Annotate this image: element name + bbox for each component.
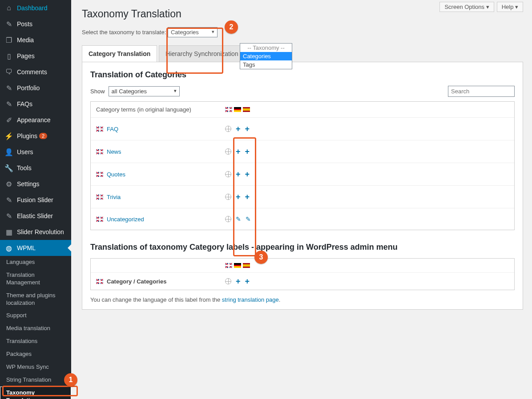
label: Media [17,36,34,44]
label: Elastic Slider [17,212,53,219]
update-badge: 2 [39,133,47,139]
sidebar-item-appearance[interactable]: ✐Appearance [0,112,71,128]
add-translation-button[interactable]: + [236,170,241,178]
tab-bar: Category Translation Hierarchy Synchroni… [82,45,523,62]
category-link[interactable]: Trivia [107,194,121,200]
table-row: News++ [91,140,514,163]
flag-uk-icon [225,263,232,268]
subitem-string-translation[interactable]: String Translation [0,374,71,387]
sidebar-item-users[interactable]: 👤Users [0,144,71,160]
panel: Translation of Categories Show all Categ… [82,62,523,310]
sidebar-item-portfolio[interactable]: ✎Portfolio [0,80,71,96]
sidebar-item-pages[interactable]: ▯Pages [0,48,71,64]
filter-row: Show all Categories [90,86,515,97]
table-row: Quotes++ [91,163,514,186]
subitem-translations[interactable]: Translations [0,335,71,348]
dropdown-option-header: -- Taxonomy -- [240,44,292,52]
category-link[interactable]: News [107,148,121,155]
footnote: You can change the language of this labe… [90,296,515,303]
add-translation-button[interactable]: + [245,125,250,133]
sidebar-item-elastic-slider[interactable]: ✎Elastic Slider [0,208,71,224]
flag-de-icon [234,263,241,268]
sidebar-item-wpml[interactable]: ◍WPML [0,240,71,256]
sidebar-item-tools[interactable]: 🔧Tools [0,160,71,176]
add-translation-button[interactable]: + [245,170,250,178]
tab-category-translation[interactable]: Category Translation [82,45,157,62]
subitem-wp-menus-sync[interactable]: WP Menus Sync [0,361,71,374]
flag-de-icon [234,107,241,112]
show-label: Show [90,88,105,95]
label: Comments [17,68,47,76]
sidebar-item-dashboard[interactable]: ⌂Dashboard [0,0,71,16]
help-button[interactable]: Help ▾ [497,2,523,12]
add-translation-button[interactable]: + [236,148,241,156]
label: Settings [17,180,40,188]
subitem-media-translation[interactable]: Media translation [0,322,71,335]
category-link[interactable]: FAQ [107,126,118,132]
footnote-text: You can change the language of this labe… [90,296,222,303]
annotation-balloon-3: 3 [254,251,268,264]
wrench-icon: 🔧 [4,164,13,172]
tab-hierarchy-sync[interactable]: Hierarchy Synchronization [159,45,245,62]
string-translation-link[interactable]: string translation page [222,296,279,303]
pin-icon: ✎ [4,196,13,204]
screen-options-button[interactable]: Screen Options ▾ [439,2,494,12]
globe-icon [225,194,231,200]
user-icon: 👤 [4,148,13,156]
edit-translation-button[interactable]: ✎ [246,215,251,223]
show-filter-select[interactable]: all Categories [109,86,180,96]
label: Portfolio [17,84,40,92]
dropdown-option-tags[interactable]: Tags [240,60,292,69]
add-translation-es-button[interactable]: + [245,277,250,285]
sidebar-item-faqs[interactable]: ✎FAQs [0,96,71,112]
subitem-theme-localization[interactable]: Theme and plugins localization [0,289,71,310]
flag-uk-icon [96,127,103,132]
category-link[interactable]: Uncategorized [107,216,144,223]
label: WPML [17,244,36,251]
pin-icon: ✎ [4,84,13,92]
section-title-labels: Translations of taxonomy Category labels… [90,243,515,252]
annotation-balloon-2: 2 [225,20,238,34]
brush-icon: ✐ [4,116,13,124]
header-terms: Category terms (in original language) [96,106,225,113]
label: Users [17,148,33,156]
media-icon: ❐ [4,36,13,44]
sidebar-item-plugins[interactable]: ⚡Plugins2 [0,128,71,144]
add-translation-de-button[interactable]: + [236,277,241,285]
search-input[interactable] [448,86,515,97]
label: Posts [17,20,32,28]
table-row: Trivia++ [91,186,514,208]
category-link[interactable]: Quotes [107,171,125,178]
subitem-languages[interactable]: Languages [0,256,71,269]
flag-es-icon [243,107,250,112]
taxonomy-select[interactable]: Categories [168,27,218,37]
categories-table: Category terms (in original language) FA… [90,101,515,230]
sidebar-item-slider-revolution[interactable]: ▦Slider Revolution [0,224,71,240]
subitem-support[interactable]: Support [0,309,71,322]
comment-icon: 🗨 [4,68,13,76]
subitem-translation-management[interactable]: Translation Management [0,269,71,289]
subitem-packages[interactable]: Packages [0,348,71,361]
sidebar-item-fusion-slider[interactable]: ✎Fusion Slider [0,192,71,208]
flag-uk-icon [96,217,103,222]
label-row: Category / Categories + + [91,273,514,290]
sidebar-item-comments[interactable]: 🗨Comments [0,64,71,80]
globe-icon [225,216,231,222]
add-translation-button[interactable]: + [236,193,241,201]
subitem-taxonomy-translation[interactable]: Taxonomy Translation [0,387,71,399]
sidebar-item-media[interactable]: ❐Media [0,32,71,48]
add-translation-button[interactable]: + [245,148,250,156]
taxonomy-select-row: Select the taxonomy to translate: Catego… [80,24,523,45]
add-translation-button[interactable]: + [236,125,241,133]
flag-uk-icon [96,195,103,200]
sidebar-item-posts[interactable]: ✎Posts [0,16,71,32]
taxonomy-dropdown: -- Taxonomy -- Categories Tags [240,43,292,69]
dropdown-option-categories[interactable]: Categories [240,52,292,60]
label-text: Category / Categories [107,278,166,285]
add-translation-button[interactable]: + [245,193,250,201]
globe-icon [225,278,231,284]
label: Plugins [17,132,37,140]
dashboard-icon: ⌂ [4,4,13,12]
edit-translation-button[interactable]: ✎ [236,215,241,223]
sidebar-item-settings[interactable]: ⚙Settings [0,176,71,192]
